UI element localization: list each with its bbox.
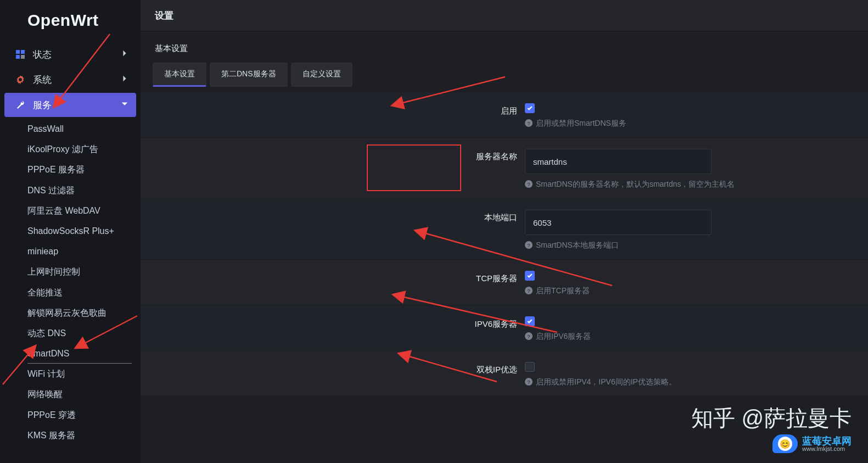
field-ipv6-server: IPV6服务器 ? 启用IPV6服务器 bbox=[141, 305, 868, 351]
field-dual-ip: 双栈IP优选 ? 启用或禁用IPV4，IPV6间的IP优选策略。 bbox=[141, 351, 868, 397]
field-hint: ? 启用IPV6服务器 bbox=[525, 332, 868, 342]
annotation-box bbox=[367, 144, 461, 191]
svg-text:?: ? bbox=[527, 287, 530, 293]
sidebar-item-label: iKoolProxy 滤广告 bbox=[27, 144, 98, 154]
tabs: 基本设置 第二DNS服务器 自定义设置 bbox=[141, 63, 868, 87]
sidebar-item-label: minieap bbox=[27, 247, 58, 256]
sidebar-item-label: 全能推送 bbox=[27, 288, 63, 297]
field-label: TCP服务器 bbox=[141, 271, 525, 284]
main-content: 设置 基本设置 基本设置 第二DNS服务器 自定义设置 启用 ? 启用或禁用Sm… bbox=[141, 0, 868, 463]
hint-text: SmartDNS的服务器名称，默认为smartdns，留空为主机名 bbox=[536, 180, 735, 189]
field-server-name: 服务器名称 ? SmartDNS的服务器名称，默认为smartdns，留空为主机… bbox=[141, 138, 868, 199]
hint-text: 启用IPV6服务器 bbox=[536, 332, 591, 342]
sidebar-item-label: 状态 bbox=[33, 48, 52, 61]
sidebar-item-wol[interactable]: 网络唤醒 bbox=[0, 384, 141, 404]
sidebar-item-time-control[interactable]: 上网时间控制 bbox=[0, 261, 141, 282]
tab-basic[interactable]: 基本设置 bbox=[153, 63, 206, 87]
hint-text: 启用TCP服务器 bbox=[536, 286, 590, 296]
svg-rect-1 bbox=[21, 50, 25, 54]
local-port-input[interactable] bbox=[525, 210, 712, 235]
sidebar-item-label: 动态 DNS bbox=[27, 328, 66, 338]
svg-text:?: ? bbox=[527, 333, 530, 339]
gear-icon bbox=[14, 75, 26, 84]
field-label: 服务器名称 bbox=[141, 149, 525, 162]
sidebar-item-dns-filter[interactable]: DNS 过滤器 bbox=[0, 180, 141, 200]
svg-rect-3 bbox=[21, 55, 25, 59]
hint-text: 启用或禁用SmartDNS服务 bbox=[536, 119, 626, 129]
svg-rect-2 bbox=[16, 55, 20, 59]
field-label: 启用 bbox=[141, 103, 525, 116]
field-hint: ? 启用TCP服务器 bbox=[525, 286, 868, 296]
svg-rect-0 bbox=[16, 50, 20, 54]
dashboard-icon bbox=[14, 50, 26, 59]
sidebar-item-label: PassWall bbox=[27, 124, 64, 133]
page-title: 设置 bbox=[141, 0, 868, 31]
sidebar-item-ikoolproxy[interactable]: iKoolProxy 滤广告 bbox=[0, 139, 141, 159]
sidebar: OpenWrt 状态 系统 服务 PassWall iKoolProxy 滤广告 bbox=[0, 0, 141, 463]
sidebar-item-unblock-netease[interactable]: 解锁网易云灰色歌曲 bbox=[0, 303, 141, 323]
sidebar-item-aliyun-webdav[interactable]: 阿里云盘 WebDAV bbox=[0, 200, 141, 221]
sidebar-item-passwall[interactable]: PassWall bbox=[0, 119, 141, 139]
sidebar-item-ssr-plus[interactable]: ShadowSocksR Plus+ bbox=[0, 221, 141, 241]
hint-text: 启用或禁用IPV4，IPV6间的IP优选策略。 bbox=[536, 377, 676, 387]
sidebar-item-label: DNS 过滤器 bbox=[27, 186, 75, 195]
sidebar-item-label: KMS 服务器 bbox=[27, 431, 75, 440]
tab-label: 第二DNS服务器 bbox=[221, 69, 276, 78]
tab-label: 基本设置 bbox=[164, 69, 195, 78]
server-name-input[interactable] bbox=[525, 149, 712, 174]
sidebar-item-label: 系统 bbox=[33, 74, 52, 86]
sidebar-item-services[interactable]: 服务 bbox=[4, 93, 136, 117]
help-icon: ? bbox=[525, 332, 533, 342]
field-label: 本地端口 bbox=[141, 210, 525, 223]
chevron-right-icon bbox=[121, 74, 128, 85]
sidebar-item-minieap[interactable]: minieap bbox=[0, 241, 141, 261]
hint-text: SmartDNS本地服务端口 bbox=[536, 241, 619, 250]
section-title: 基本设置 bbox=[141, 31, 868, 63]
svg-text:?: ? bbox=[527, 181, 530, 187]
enable-checkbox[interactable] bbox=[525, 103, 535, 113]
dual-ip-checkbox[interactable] bbox=[525, 362, 535, 372]
sidebar-item-label: PPPoE 穿透 bbox=[27, 410, 76, 420]
tab-second-dns[interactable]: 第二DNS服务器 bbox=[210, 63, 288, 87]
sidebar-item-pppoe-passthrough[interactable]: PPPoE 穿透 bbox=[0, 405, 141, 425]
help-icon: ? bbox=[525, 241, 533, 250]
field-hint: ? 启用或禁用IPV4，IPV6间的IP优选策略。 bbox=[525, 377, 868, 387]
tcp-server-checkbox[interactable] bbox=[525, 271, 535, 281]
sidebar-item-label: 解锁网易云灰色歌曲 bbox=[27, 308, 107, 317]
sidebar-sub-list: PassWall iKoolProxy 滤广告 PPPoE 服务器 DNS 过滤… bbox=[0, 119, 141, 445]
sidebar-item-wifi-schedule[interactable]: WiFi 计划 bbox=[0, 364, 141, 384]
sidebar-item-label: 阿里云盘 WebDAV bbox=[27, 206, 100, 215]
sidebar-item-label: PPPoE 服务器 bbox=[27, 165, 85, 174]
field-label: 双栈IP优选 bbox=[141, 362, 525, 375]
sidebar-item-push-all[interactable]: 全能推送 bbox=[0, 282, 141, 303]
sidebar-item-status[interactable]: 状态 bbox=[4, 42, 136, 66]
chevron-right-icon bbox=[121, 49, 128, 60]
svg-text:?: ? bbox=[527, 120, 530, 126]
field-hint: ? SmartDNS的服务器名称，默认为smartdns，留空为主机名 bbox=[525, 180, 868, 189]
sidebar-item-label: WiFi 计划 bbox=[27, 369, 65, 378]
tab-custom[interactable]: 自定义设置 bbox=[291, 63, 352, 87]
field-hint: ? SmartDNS本地服务端口 bbox=[525, 241, 868, 250]
field-tcp-server: TCP服务器 ? 启用TCP服务器 bbox=[141, 260, 868, 305]
sidebar-item-label: ShadowSocksR Plus+ bbox=[27, 226, 114, 236]
field-label: IPV6服务器 bbox=[141, 316, 525, 330]
sidebar-item-pppoe-server[interactable]: PPPoE 服务器 bbox=[0, 159, 141, 180]
ipv6-server-checkbox[interactable] bbox=[525, 316, 535, 326]
sidebar-item-label: 网络唤醒 bbox=[27, 389, 63, 399]
sidebar-item-system[interactable]: 系统 bbox=[4, 68, 136, 92]
sidebar-item-ddns[interactable]: 动态 DNS bbox=[0, 323, 141, 343]
svg-text:?: ? bbox=[527, 242, 530, 248]
sidebar-item-smartdns[interactable]: SmartDNS bbox=[0, 343, 141, 364]
brand-logo: OpenWrt bbox=[0, 7, 141, 42]
field-hint: ? 启用或禁用SmartDNS服务 bbox=[525, 119, 868, 129]
help-icon: ? bbox=[525, 287, 533, 296]
tools-icon bbox=[14, 101, 26, 109]
field-enable: 启用 ? 启用或禁用SmartDNS服务 bbox=[141, 92, 868, 138]
help-icon: ? bbox=[525, 378, 533, 387]
svg-text:?: ? bbox=[527, 378, 530, 384]
sidebar-item-label: 上网时间控制 bbox=[27, 267, 80, 276]
sidebar-item-kms[interactable]: KMS 服务器 bbox=[0, 425, 141, 445]
field-local-port: 本地端口 ? SmartDNS本地服务端口 bbox=[141, 199, 868, 260]
sidebar-item-label: SmartDNS bbox=[27, 349, 69, 358]
chevron-down-icon bbox=[121, 99, 128, 110]
